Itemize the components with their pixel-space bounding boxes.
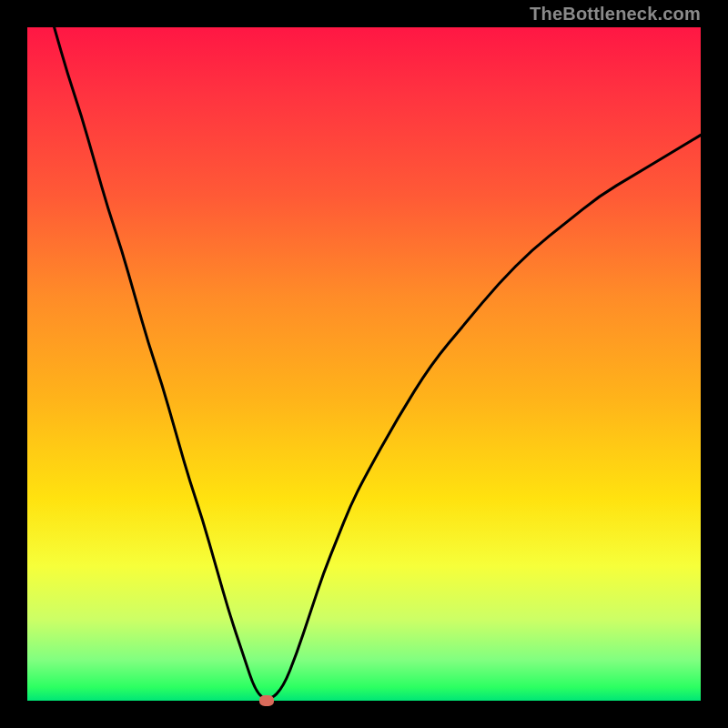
plot-area [27,27,701,701]
optimum-marker [259,695,274,706]
curve-svg [27,27,701,701]
chart-container: TheBottleneck.com [0,0,728,728]
bottleneck-curve [55,27,701,699]
watermark-text: TheBottleneck.com [530,4,701,25]
